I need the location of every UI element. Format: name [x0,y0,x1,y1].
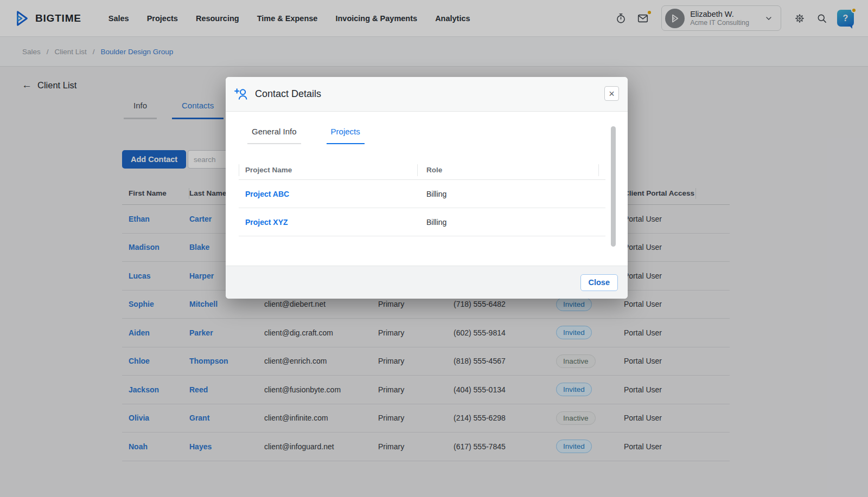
contact-details-modal: Contact Details × General Info Projects … [226,77,628,299]
close-icon[interactable]: × [604,86,619,101]
close-button[interactable]: Close [580,274,618,291]
modal-title: Contact Details [255,88,321,100]
modal-header: Contact Details × [226,77,628,112]
role-cell: Billing [418,190,446,198]
projects-table-header: Project Name Role [239,160,605,180]
role-cell: Billing [418,218,446,227]
tab-projects[interactable]: Projects [327,127,365,144]
modal-footer: Close [226,266,628,299]
tab-general-info[interactable]: General Info [247,127,301,144]
add-person-icon [234,87,248,101]
col-role: Role [418,164,599,176]
project-row: Project XYZ Billing [239,208,605,236]
modal-tabs: General Info Projects [239,112,615,144]
col-project-name: Project Name [239,164,418,176]
project-link[interactable]: Project XYZ [239,218,418,227]
projects-table: Project Name Role Project ABC Billing Pr… [239,160,605,236]
modal-body: General Info Projects Project Name Role … [226,112,628,266]
project-link[interactable]: Project ABC [239,190,418,198]
project-row: Project ABC Billing [239,180,605,208]
modal-scrollbar-thumb[interactable] [611,126,616,247]
app-window: BIGTIME Sales Projects Resourcing Time &… [0,0,868,497]
